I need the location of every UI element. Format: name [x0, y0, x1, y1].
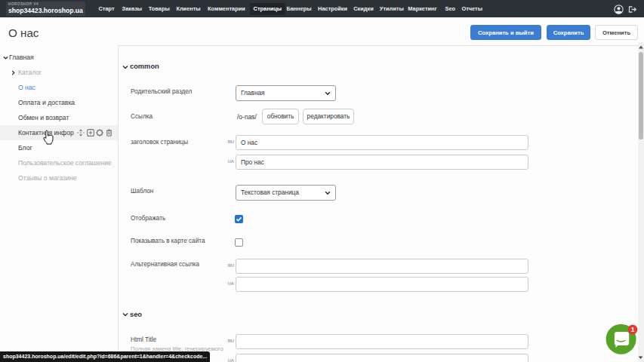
svg-text:1: 1: [631, 326, 635, 333]
